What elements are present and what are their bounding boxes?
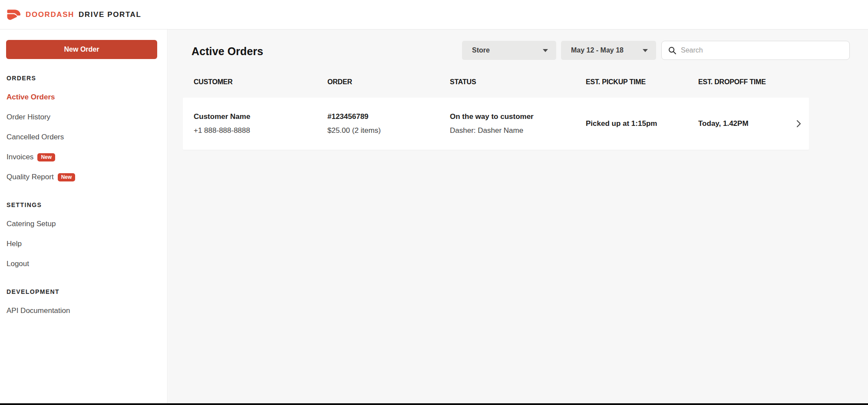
est-pickup-cell: Picked up at 1:15pm <box>575 119 687 128</box>
main-content: Active Orders Store May 12 - May 18 <box>168 30 868 403</box>
brand-doordash: DOORDASH <box>26 10 74 19</box>
customer-name: Customer Name <box>194 112 317 121</box>
column-header-order: ORDER <box>317 78 439 86</box>
date-range-label: May 12 - May 18 <box>571 46 624 54</box>
sidebar-item-quality-report[interactable]: Quality Report New <box>7 173 157 181</box>
sidebar-item-api-documentation[interactable]: API Documentation <box>7 306 157 315</box>
sidebar-item-active-orders[interactable]: Active Orders <box>7 93 157 102</box>
sidebar-section-orders: ORDERS <box>7 75 157 82</box>
bottom-edge-bar <box>0 403 868 405</box>
search-box[interactable] <box>661 41 850 60</box>
sidebar-item-order-history[interactable]: Order History <box>7 113 157 122</box>
order-id: #123456789 <box>327 112 439 121</box>
store-dropdown-label: Store <box>472 46 490 54</box>
new-badge: New <box>37 153 55 161</box>
status-cell: On the way to customer Dasher: Dasher Na… <box>439 112 575 135</box>
search-icon <box>668 46 677 55</box>
order-cell: #123456789 $25.00 (2 items) <box>317 112 439 135</box>
order-row[interactable]: Customer Name +1 888-888-8888 #123456789… <box>183 98 809 150</box>
est-dropoff-time: Today, 1.42PM <box>698 119 788 128</box>
filters-bar: Store May 12 - May 18 <box>462 41 850 60</box>
new-badge: New <box>58 173 76 181</box>
store-dropdown[interactable]: Store <box>462 41 556 60</box>
new-order-button[interactable]: New Order <box>6 40 157 59</box>
order-summary: $25.00 (2 items) <box>327 126 439 135</box>
sidebar: New Order ORDERS Active Orders Order His… <box>0 30 168 403</box>
orders-table-header: CUSTOMER ORDER STATUS EST. PICKUP TIME E… <box>183 78 809 86</box>
sidebar-section-settings: SETTINGS <box>7 201 157 208</box>
dasher-name: Dasher: Dasher Name <box>450 126 575 135</box>
customer-phone: +1 888-888-8888 <box>194 126 317 135</box>
sidebar-section-development: DEVELOPMENT <box>7 288 157 295</box>
drive-portal-screen: DOORDASH DRIVE PORTAL New Order ORDERS A… <box>0 0 868 405</box>
sidebar-item-help[interactable]: Help <box>7 240 157 248</box>
column-header-customer: CUSTOMER <box>183 78 317 86</box>
chevron-down-icon <box>643 49 648 52</box>
column-header-status: STATUS <box>439 78 575 86</box>
status-text: On the way to customer <box>450 112 575 121</box>
sidebar-item-catering-setup[interactable]: Catering Setup <box>7 220 157 228</box>
est-dropoff-cell: Today, 1.42PM <box>687 119 788 128</box>
chevron-down-icon <box>543 49 548 52</box>
column-header-est-pickup-time: EST. PICKUP TIME <box>575 78 687 86</box>
brand-drive-portal: DRIVE PORTAL <box>79 10 142 19</box>
column-header-spacer <box>788 78 809 86</box>
chevron-right-icon <box>796 120 801 128</box>
search-input[interactable] <box>681 46 844 54</box>
row-detail-chevron[interactable] <box>788 120 809 128</box>
customer-cell: Customer Name +1 888-888-8888 <box>183 112 317 135</box>
est-pickup-time: Picked up at 1:15pm <box>586 119 687 128</box>
date-range-dropdown[interactable]: May 12 - May 18 <box>561 41 656 60</box>
page-title: Active Orders <box>191 45 263 58</box>
column-header-est-dropoff-time: EST. DROPOFF TIME <box>687 78 788 86</box>
sidebar-item-cancelled-orders[interactable]: Cancelled Orders <box>7 133 157 142</box>
sidebar-item-logout[interactable]: Logout <box>7 260 157 268</box>
top-bar: DOORDASH DRIVE PORTAL <box>0 0 868 30</box>
doordash-logo-icon <box>6 9 21 20</box>
sidebar-item-invoices[interactable]: Invoices New <box>7 153 157 161</box>
